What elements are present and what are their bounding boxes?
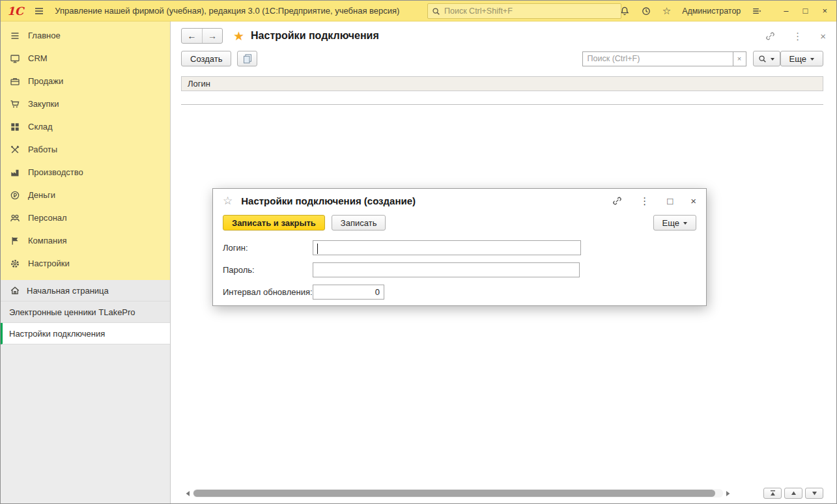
scroll-right-icon[interactable] [724, 490, 732, 497]
1c-logo[interactable]: 1С [7, 5, 23, 18]
sidebar-page-label: Настройки подключения [9, 329, 105, 339]
sidebar-item-label: Персонал [28, 213, 67, 223]
favorites-star-icon[interactable]: ☆ [662, 6, 671, 16]
cart-icon [9, 99, 21, 109]
sidebar-item-company[interactable]: Компания [1, 229, 170, 252]
copy-button[interactable] [237, 51, 257, 66]
favorite-star-icon[interactable]: ☆ [223, 195, 233, 206]
sidebar-sections: Главное CRM Продажи Закупки Склад Работы [1, 21, 170, 280]
sidebar-open-pages: Начальная страница Электронные ценники T… [1, 280, 170, 344]
text-cursor [317, 244, 318, 254]
app-window: 1С Управление нашей фирмой (учебная), ре… [0, 0, 837, 504]
sidebar-item-crm[interactable]: CRM [1, 47, 170, 70]
sidebar-item-personnel[interactable]: Персонал [1, 206, 170, 229]
dialog-toolbar: Записать и закрыть Записать Еще [213, 213, 706, 232]
sidebar-item-label: Настройки [28, 259, 70, 268]
list-scroll-top-button[interactable] [763, 488, 782, 499]
sidebar-item-label: Главное [28, 31, 61, 40]
form-row: Логин: [223, 236, 696, 259]
update-interval-field-label: Интервал обновления: [223, 287, 313, 297]
list-scroll-up-button[interactable] [784, 488, 802, 499]
link-icon[interactable] [765, 31, 775, 41]
save-and-close-button[interactable]: Записать и закрыть [223, 215, 325, 231]
records-list: Логин [181, 76, 823, 105]
sidebar-item-label: Деньги [28, 190, 55, 200]
global-search-input[interactable] [444, 7, 617, 16]
sidebar-item-settings[interactable]: Настройки [1, 252, 170, 275]
sidebar-item-label: Склад [28, 122, 53, 132]
gear-icon [9, 259, 21, 269]
grid-boxes-icon [9, 122, 21, 132]
sidebar-item-production[interactable]: Производство [1, 161, 170, 184]
create-button[interactable]: Создать [181, 51, 231, 66]
sidebar-item-label: Работы [28, 145, 57, 154]
dropdown-caret-icon [810, 58, 814, 63]
back-button[interactable]: ← [182, 29, 202, 43]
password-field-label: Пароль: [223, 265, 313, 275]
more-menu-icon[interactable]: ⋮ [793, 31, 802, 41]
history-clock-icon[interactable] [641, 6, 651, 16]
clear-search-button[interactable]: × [733, 51, 746, 66]
monitor-icon [9, 53, 21, 64]
sidebar-item-main[interactable]: Главное [1, 24, 170, 47]
list-icon [9, 31, 21, 41]
sidebar-item-label: Продажи [28, 76, 63, 86]
dialog-maximize-button[interactable]: □ [667, 196, 673, 206]
more-actions-button[interactable]: Еще [780, 51, 823, 66]
app-title: Управление нашей фирмой (учебная), редак… [55, 6, 399, 16]
close-button[interactable]: × [822, 6, 827, 16]
page-title: Настройки подключения [251, 30, 379, 42]
search-options-button[interactable] [753, 51, 780, 66]
update-interval-field[interactable] [313, 285, 384, 300]
service-menu-icon[interactable] [752, 6, 762, 16]
sidebar-item-price-tags-page[interactable]: Электронные ценники TLakePro [1, 301, 170, 323]
login-field-label: Логин: [223, 243, 313, 253]
list-nav-buttons [763, 488, 823, 499]
list-scroll-down-button[interactable] [805, 488, 823, 499]
page-header-actions: ⋮ × [765, 31, 826, 41]
scrollbar-thumb[interactable] [193, 490, 715, 497]
sidebar-page-label: Начальная страница [27, 286, 109, 296]
more-menu-icon[interactable]: ⋮ [640, 196, 649, 206]
list-toolbar: Создать × Еще [171, 50, 836, 71]
sidebar-item-warehouse[interactable]: Склад [1, 115, 170, 138]
sidebar-item-works[interactable]: Работы [1, 138, 170, 161]
sidebar-item-money[interactable]: Деньги [1, 184, 170, 206]
coin-icon [9, 190, 21, 201]
search-icon [432, 7, 440, 16]
sidebar-item-purchases[interactable]: Закупки [1, 92, 170, 115]
dropdown-caret-icon [771, 58, 774, 63]
sidebar: Главное CRM Продажи Закупки Склад Работы [1, 21, 170, 503]
scrollbar-track[interactable] [193, 489, 723, 497]
close-page-button[interactable]: × [820, 31, 826, 41]
briefcase-icon [9, 76, 21, 87]
sidebar-item-label: Компания [28, 236, 67, 245]
sidebar-item-connection-settings-page[interactable]: Настройки подключения [1, 323, 170, 344]
sidebar-item-sales[interactable]: Продажи [1, 70, 170, 92]
list-search: × Еще [582, 51, 823, 66]
history-nav-group: ← → [181, 28, 223, 44]
maximize-button[interactable]: □ [803, 6, 808, 16]
list-column-header[interactable]: Логин [181, 76, 823, 91]
sidebar-item-home-page[interactable]: Начальная страница [1, 280, 170, 301]
current-user-label[interactable]: Администратор [682, 7, 741, 16]
list-search-input[interactable] [582, 51, 733, 66]
dropdown-caret-icon [683, 222, 687, 227]
password-field[interactable] [313, 262, 580, 277]
search-icon [758, 55, 767, 63]
link-icon[interactable] [612, 196, 622, 206]
forward-button[interactable]: → [202, 29, 222, 43]
save-button[interactable]: Записать [332, 215, 386, 231]
dialog-more-button[interactable]: Еще [653, 215, 696, 231]
dialog-close-button[interactable]: × [690, 196, 696, 206]
window-controls: – □ × [784, 6, 827, 16]
scroll-left-icon[interactable] [184, 490, 192, 497]
people-icon [9, 213, 21, 223]
login-field[interactable] [313, 240, 581, 255]
tools-icon [9, 145, 21, 155]
minimize-button[interactable]: – [784, 6, 788, 16]
favorite-star-icon[interactable]: ★ [233, 30, 244, 42]
hamburger-menu-icon[interactable] [34, 6, 44, 16]
home-icon [9, 285, 21, 296]
dialog-title: Настройки подключения (создание) [241, 195, 416, 206]
